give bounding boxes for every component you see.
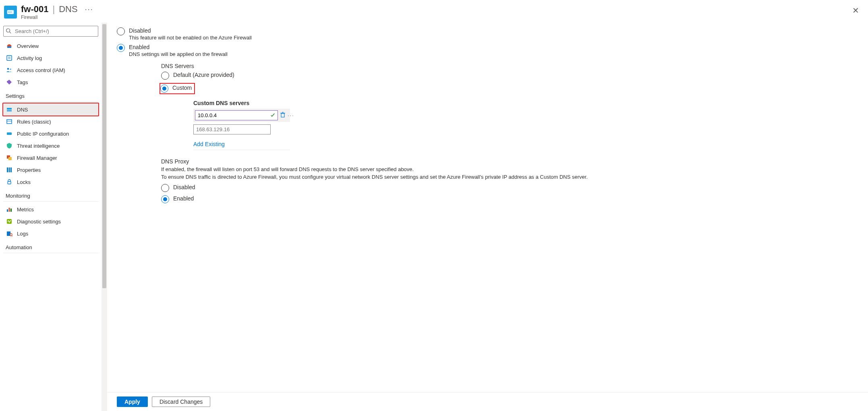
option-description: DNS settings will be applied on the fire… [129, 51, 228, 57]
svg-rect-18 [8, 157, 12, 160]
radio-checked-icon[interactable] [161, 195, 169, 203]
sidebar-item-label: Firewall Manager [17, 155, 57, 161]
section-header-monitoring: Monitoring [3, 188, 98, 202]
svg-rect-6 [7, 46, 11, 48]
discard-button[interactable]: Discard Changes [152, 397, 210, 407]
sidebar-item-metrics[interactable]: Metrics [3, 203, 98, 215]
sidebar-item-threat-intel[interactable]: Threat intelligence [3, 140, 98, 152]
svg-point-10 [7, 68, 9, 70]
sidebar-item-public-ip[interactable]: Public IP configuration [3, 128, 98, 140]
svg-line-29 [12, 235, 12, 236]
sidebar-item-label: Public IP configuration [17, 131, 69, 137]
dns-proxy-description-2: To ensure DNS traffic is directed to Azu… [161, 174, 858, 180]
sidebar-item-dns[interactable]: DNS [2, 103, 99, 116]
svg-rect-13 [7, 110, 12, 112]
dns-icon [6, 106, 13, 113]
public-ip-icon [6, 130, 13, 137]
sidebar-item-label: Overview [17, 43, 39, 49]
radio-checked-icon[interactable] [117, 44, 125, 52]
search-input[interactable] [3, 26, 98, 37]
sidebar-item-logs[interactable]: Logs [3, 227, 98, 240]
svg-rect-23 [7, 209, 8, 212]
sidebar-item-overview[interactable]: Overview [3, 40, 98, 52]
svg-rect-30 [281, 114, 284, 117]
dns-custom-option[interactable]: Custom [160, 85, 192, 93]
sidebar-item-tags[interactable]: Tags [3, 76, 98, 88]
svg-rect-22 [8, 182, 11, 184]
svg-rect-26 [7, 219, 12, 224]
more-actions-icon[interactable]: ··· [85, 5, 93, 14]
close-icon[interactable]: ✕ [849, 4, 862, 17]
proxy-disabled-option[interactable]: Disabled [161, 184, 858, 192]
metrics-icon [6, 206, 13, 213]
sidebar-item-label: Logs [17, 231, 28, 237]
sidebar: « Overview Activity log Access control (… [0, 23, 102, 411]
apply-button[interactable]: Apply [117, 397, 148, 407]
sidebar-item-label: Access control (IAM) [17, 67, 65, 73]
option-label: Disabled [129, 27, 252, 34]
scrollbar-thumb[interactable] [102, 24, 106, 288]
option-description: This feature will not be enabled on the … [129, 35, 252, 41]
dns-server-input[interactable] [195, 110, 278, 120]
sidebar-item-iam[interactable]: Access control (IAM) [3, 64, 98, 76]
page-header: fw-001 | DNS ··· Firewall ✕ [0, 0, 868, 23]
radio-unchecked-icon[interactable] [161, 72, 169, 80]
dns-server-placeholder-input[interactable] [193, 124, 271, 134]
dns-servers-label: DNS Servers [161, 63, 858, 69]
activity-log-icon [6, 55, 13, 61]
svg-point-4 [6, 29, 10, 32]
sidebar-item-label: Properties [17, 167, 41, 173]
sidebar-item-label: Activity log [17, 55, 42, 61]
dns-proxy-description: If enabled, the firewall will listen on … [161, 166, 858, 172]
svg-rect-14 [7, 120, 12, 124]
option-label: Enabled [129, 44, 228, 50]
proxy-enabled-option[interactable]: Enabled [161, 195, 858, 203]
option-label: Enabled [173, 195, 194, 202]
sidebar-item-rules[interactable]: Rules (classic) [3, 116, 98, 128]
dns-disabled-option[interactable]: Disabled This feature will not be enable… [117, 27, 858, 41]
properties-icon [6, 167, 13, 173]
svg-point-2 [9, 12, 10, 12]
sidebar-item-activity-log[interactable]: Activity log [3, 52, 98, 64]
section-header-automation: Automation [3, 240, 98, 253]
radio-checked-icon[interactable] [160, 85, 168, 93]
sidebar-item-locks[interactable]: Locks [3, 176, 98, 188]
lock-icon [6, 179, 13, 185]
page-title: DNS [59, 4, 77, 14]
sidebar-item-label: Threat intelligence [17, 143, 60, 149]
radio-unchecked-icon[interactable] [117, 27, 125, 35]
overview-icon [6, 43, 13, 49]
option-label: Disabled [173, 184, 195, 190]
radio-unchecked-icon[interactable] [161, 184, 169, 192]
resource-title: fw-001 [21, 4, 48, 14]
add-existing-link[interactable]: Add Existing [193, 141, 290, 150]
firewall-manager-icon [6, 155, 13, 161]
sidebar-item-properties[interactable]: Properties [3, 164, 98, 176]
sidebar-item-label: Metrics [17, 207, 34, 213]
shield-icon [6, 143, 13, 149]
title-separator: | [52, 4, 55, 14]
dns-server-row: ··· [193, 109, 290, 122]
sidebar-item-label: Rules (classic) [17, 119, 51, 125]
dns-enabled-option[interactable]: Enabled DNS settings will be applied on … [117, 44, 858, 57]
diagnostic-icon [6, 218, 13, 225]
svg-rect-19 [7, 167, 8, 172]
more-icon[interactable]: ··· [288, 112, 294, 118]
logs-icon [6, 230, 13, 237]
svg-rect-24 [9, 208, 10, 212]
footer: Apply Discard Changes [107, 392, 868, 411]
firewall-icon [4, 6, 17, 19]
svg-point-1 [8, 12, 9, 12]
svg-rect-21 [10, 167, 12, 172]
trash-icon[interactable] [280, 112, 286, 119]
sidebar-item-label: Tags [17, 79, 28, 85]
sidebar-scrollbar[interactable] [102, 23, 107, 411]
section-header-settings: Settings [3, 88, 98, 102]
dns-default-option[interactable]: Default (Azure provided) [161, 72, 858, 80]
option-label: Custom [172, 85, 192, 91]
svg-line-5 [10, 32, 11, 33]
svg-point-3 [11, 12, 12, 12]
sidebar-item-diagnostic[interactable]: Diagnostic settings [3, 215, 98, 227]
sidebar-item-firewall-manager[interactable]: Firewall Manager [3, 152, 98, 164]
people-icon [6, 67, 13, 73]
